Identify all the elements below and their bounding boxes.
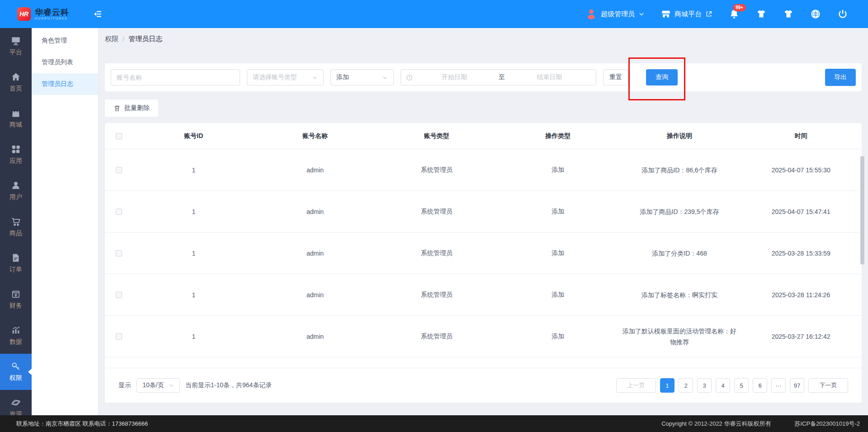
page-button-5[interactable]: 5 <box>734 378 749 393</box>
row-checkbox[interactable] <box>116 292 122 298</box>
header-operation-type: 操作类型 <box>497 132 619 140</box>
breadcrumb-separator: / <box>123 35 124 43</box>
cell-account-name: admin <box>255 291 376 299</box>
storefront-icon <box>661 9 671 19</box>
export-button[interactable]: 导出 <box>825 69 856 86</box>
brand-subname: HUARUIYUNKE <box>35 17 69 20</box>
sidebar-item-mall[interactable]: 商城 <box>0 100 32 137</box>
prev-page-button[interactable]: 上一页 <box>616 378 656 393</box>
page-button-1[interactable]: 1 <box>660 378 675 393</box>
cell-account-id: 1 <box>133 250 255 257</box>
submenu-item-admin-list[interactable]: 管理员列表 <box>32 52 98 73</box>
topbar: HR 华睿云科 HUARUIYUNKE 超级管理员 <box>0 0 868 28</box>
brand-name: 华睿云科 <box>35 8 69 17</box>
platform-link[interactable]: 商城平台 <box>661 9 712 19</box>
tshirt-icon[interactable] <box>783 9 794 19</box>
sidebar-item-platform[interactable]: 平台 <box>0 28 32 64</box>
sidebar-item-data[interactable]: 数据 <box>0 318 32 354</box>
cell-account-type: 系统管理员 <box>376 332 497 341</box>
power-icon[interactable] <box>837 9 848 19</box>
cell-time: 2025-04-07 15:55:30 <box>740 166 862 174</box>
select-all-checkbox[interactable] <box>116 133 122 139</box>
footer: 联系地址：南京市栖霞区 联系电话：17368736666 Copyright ©… <box>0 415 868 432</box>
reset-button[interactable]: 重置 <box>603 69 628 85</box>
planet-icon <box>11 398 21 408</box>
cell-time: 2025-03-28 15:33:59 <box>740 250 862 257</box>
user-icon <box>11 180 21 190</box>
admin-dropdown[interactable]: 超级管理员 <box>585 8 645 20</box>
sidebar-item-goods[interactable]: 商品 <box>0 209 32 245</box>
sidebar-item-apps[interactable]: 应用 <box>0 137 32 173</box>
cell-operation-type: 添加 <box>497 208 619 216</box>
cell-operation-type: 添加 <box>497 332 619 341</box>
sidebar-item-home[interactable]: 首页 <box>0 64 32 100</box>
operation-type-select[interactable]: 添加 <box>330 69 394 85</box>
cell-account-id: 1 <box>133 333 255 340</box>
account-name-input[interactable] <box>111 69 240 85</box>
page-button-97[interactable]: 97 <box>790 378 804 393</box>
filter-bar: 请选择账号类型 添加 开始日期 至 结束日期 重置 查询 导出 <box>105 63 862 91</box>
notification-badge: 99+ <box>733 4 746 11</box>
page-button-6[interactable]: 6 <box>753 378 767 393</box>
submenu-item-roles[interactable]: 角色管理 <box>32 30 98 52</box>
primary-sidebar: 平台 首页 商城 应用 用户 商品 <box>0 28 32 415</box>
page-button-4[interactable]: 4 <box>716 378 730 393</box>
breadcrumb-current: 管理员日志 <box>128 35 162 43</box>
search-button[interactable]: 查询 <box>646 69 678 85</box>
header-account-id: 账号ID <box>133 132 255 140</box>
cart-icon <box>11 217 21 227</box>
next-page-button[interactable]: 下一页 <box>808 378 848 393</box>
cell-time: 2025-03-27 16:12:42 <box>740 333 862 340</box>
footer-icp: 苏ICP备2023001019号-2 <box>794 420 860 428</box>
table-header-row: 账号ID 账号名称 账号类型 操作类型 操作说明 时间 <box>105 123 862 149</box>
chart-icon <box>11 325 21 335</box>
sidebar-item-finance[interactable]: 财务 <box>0 281 32 318</box>
sidebar-item-resources[interactable]: 资源 <box>0 390 32 415</box>
row-checkbox[interactable] <box>116 250 122 256</box>
cell-operation-desc: 添加了商品ID：86,6个库存 <box>642 165 717 176</box>
sidebar-item-users[interactable]: 用户 <box>0 173 32 209</box>
page-button-3[interactable]: 3 <box>697 378 712 393</box>
clock-icon <box>406 74 413 81</box>
table-row: 1 admin 系统管理员 添加 添加了标签名称：啊实打实 2025-03-28… <box>105 274 862 316</box>
cell-time: 2025-04-07 15:47:41 <box>740 208 862 215</box>
active-notch <box>28 369 32 375</box>
cell-operation-desc: 添加了分类ID：468 <box>652 248 707 259</box>
apps-icon <box>11 144 21 154</box>
cell-operation-type: 添加 <box>497 166 619 174</box>
row-checkbox[interactable] <box>116 333 122 340</box>
page-button-2[interactable]: 2 <box>679 378 693 393</box>
page-size-select[interactable]: 10条/页 <box>137 378 180 393</box>
tshirt-icon[interactable] <box>756 9 767 19</box>
cell-operation-desc: 添加了商品ID：239,5个库存 <box>640 206 719 217</box>
sidebar-item-label: 资源 <box>9 410 22 415</box>
page-ellipsis[interactable]: ··· <box>771 378 786 393</box>
date-range-picker[interactable]: 开始日期 至 结束日期 <box>401 69 596 85</box>
row-checkbox[interactable] <box>116 167 122 173</box>
cell-account-id: 1 <box>133 291 255 299</box>
table-row: 1 admin 系统管理员 添加 添加了默认模板里面的活动管理名称：好物推荐 2… <box>105 316 862 357</box>
home-icon <box>11 72 21 82</box>
account-type-select[interactable]: 请选择账号类型 <box>247 69 324 85</box>
breadcrumb-parent[interactable]: 权限 <box>105 35 118 43</box>
table-row: 1 admin 系统管理员 添加 添加了商品ID：86,6个库存 2025-04… <box>105 149 862 191</box>
avatar-icon <box>585 8 597 20</box>
globe-icon[interactable] <box>810 9 821 19</box>
key-icon <box>11 361 21 371</box>
notification-bell-icon[interactable]: 99+ <box>729 9 740 19</box>
cell-account-id: 1 <box>133 166 255 174</box>
collapse-menu-icon[interactable] <box>92 9 103 19</box>
sidebar-item-label: 商品 <box>9 229 22 237</box>
row-checkbox[interactable] <box>116 209 122 215</box>
submenu-item-admin-log[interactable]: 管理员日志 <box>32 73 98 95</box>
topbar-right: 超级管理员 商城平台 99+ <box>585 8 868 20</box>
secondary-sidebar: 角色管理 管理员列表 管理员日志 <box>32 28 99 415</box>
cell-account-name: admin <box>255 166 376 174</box>
sidebar-item-orders[interactable]: 订单 <box>0 245 32 281</box>
vertical-scrollbar-thumb[interactable] <box>860 156 864 265</box>
batch-delete-button[interactable]: 批量删除 <box>105 100 158 117</box>
app-root: HR 华睿云科 HUARUIYUNKE 超级管理员 <box>0 0 868 432</box>
sidebar-item-label: 权限 <box>9 374 22 382</box>
sidebar-item-permissions[interactable]: 权限 <box>0 354 32 390</box>
end-date-placeholder: 结束日期 <box>508 73 591 81</box>
